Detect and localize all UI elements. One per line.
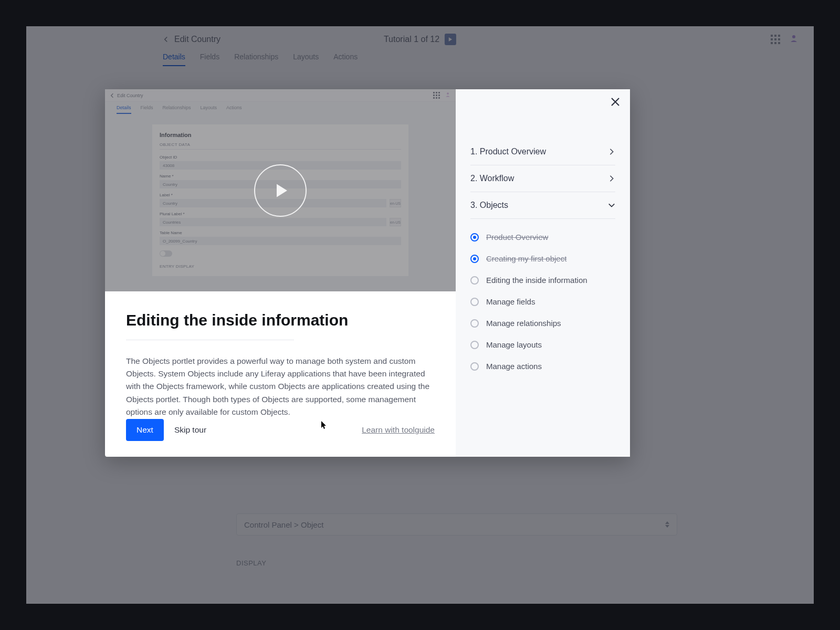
- lesson-item-done[interactable]: Creating my first object: [470, 254, 615, 263]
- chapter-label: 3. Objects: [470, 201, 508, 210]
- chapter-label: 2. Workflow: [470, 174, 514, 183]
- radio-done-icon: [470, 233, 479, 242]
- lesson-item-done[interactable]: Product Overview: [470, 233, 615, 242]
- radio-icon: [470, 341, 479, 349]
- play-button[interactable]: [254, 164, 307, 217]
- lesson-item[interactable]: Manage relationships: [470, 319, 615, 328]
- radio-done-icon: [470, 255, 479, 263]
- chapter-list: 1. Product Overview 2. Workflow 3. Objec…: [470, 139, 615, 219]
- next-button[interactable]: Next: [126, 419, 164, 441]
- radio-icon: [470, 276, 479, 285]
- chevron-right-icon: [608, 148, 615, 155]
- lesson-item[interactable]: Manage actions: [470, 362, 615, 371]
- chapter-sidebar: 1. Product Overview 2. Workflow 3. Objec…: [456, 89, 630, 457]
- lesson-item[interactable]: Manage layouts: [470, 340, 615, 349]
- chapter-item[interactable]: 2. Workflow: [470, 165, 615, 192]
- lesson-body: The Objects portlet provides a powerful …: [126, 355, 435, 418]
- lesson-label: Creating my first object: [486, 254, 566, 263]
- close-icon: [610, 97, 621, 107]
- lesson-label: Manage layouts: [486, 340, 542, 349]
- tutorial-modal: Edit Country Details Fields Relationship…: [105, 89, 630, 457]
- divider: [126, 340, 294, 340]
- chapter-item[interactable]: 1. Product Overview: [470, 139, 615, 165]
- lesson-title: Editing the inside information: [126, 311, 435, 329]
- radio-icon: [470, 298, 479, 306]
- play-icon: [275, 183, 289, 198]
- modal-left: Edit Country Details Fields Relationship…: [105, 89, 456, 457]
- lesson-footer: Next Skip tour Learn with toolguide: [126, 419, 435, 441]
- lesson-label: Editing the inside information: [486, 276, 587, 285]
- learn-link[interactable]: Learn with toolguide: [362, 425, 435, 435]
- lesson-label: Manage actions: [486, 362, 542, 371]
- lesson-item[interactable]: Editing the inside information: [470, 276, 615, 285]
- lesson-list: Product Overview Creating my first objec…: [470, 233, 615, 371]
- chapter-item-expanded[interactable]: 3. Objects: [470, 192, 615, 219]
- lesson-label: Manage relationships: [486, 319, 561, 328]
- chevron-down-icon: [608, 202, 615, 209]
- radio-icon: [470, 319, 479, 328]
- lesson-item[interactable]: Manage fields: [470, 297, 615, 306]
- lesson-label: Product Overview: [486, 233, 548, 242]
- lesson-content: Editing the inside information The Objec…: [105, 291, 456, 457]
- skip-tour-button[interactable]: Skip tour: [174, 425, 206, 435]
- cursor-icon: [321, 421, 328, 432]
- radio-icon: [470, 362, 479, 371]
- close-button[interactable]: [610, 97, 621, 109]
- chapter-label: 1. Product Overview: [470, 147, 546, 156]
- lesson-label: Manage fields: [486, 297, 535, 306]
- chevron-right-icon: [608, 175, 615, 182]
- video-area[interactable]: Edit Country Details Fields Relationship…: [105, 89, 456, 291]
